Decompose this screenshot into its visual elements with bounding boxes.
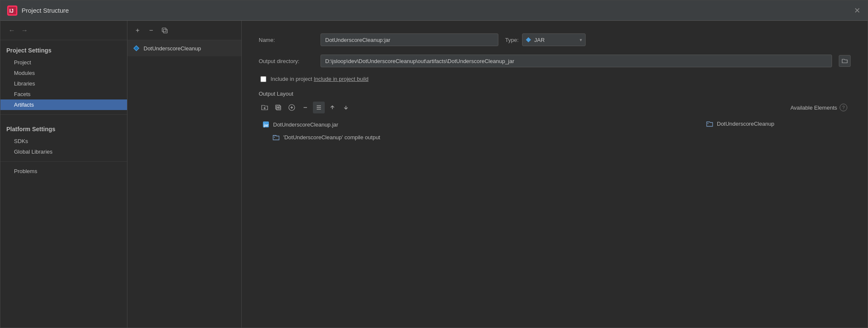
jar-item-label: DotUnderscoreCleanup.jar [273,121,338,128]
sort-icon [315,104,323,111]
output-dir-label: Output directory: [259,58,314,64]
compile-output-icon [272,133,280,141]
artifact-item-icon [133,44,140,52]
layout-content: jar DotUnderscoreCleanup.jar 'DotUnde [259,118,851,143]
svg-marker-7 [526,37,531,42]
svg-rect-4 [162,28,166,32]
sidebar-divider-2 [0,161,127,162]
include-in-build-row: Include in project Include in project bu… [259,76,851,82]
browse-button[interactable] [839,55,851,67]
artifact-item-label: DotUnderscoreCleanup [144,45,201,52]
sidebar: ← → Project Settings Project Modules Lib… [0,21,127,328]
sidebar-item-sdks[interactable]: SDKs [0,136,127,146]
project-settings-header: Project Settings [0,40,127,57]
title-bar: IJ Project Structure ✕ [0,0,868,21]
svg-text:jar: jar [263,123,269,127]
platform-settings-header: Platform Settings [0,119,127,136]
available-elements-list: DotUnderscoreCleanup [702,118,851,143]
add-copy-button[interactable] [272,102,284,113]
move-up-button[interactable] [326,102,338,113]
create-dir-icon [261,104,268,111]
name-input[interactable] [321,33,498,46]
name-label: Name: [259,37,314,43]
include-in-build-checkbox[interactable] [260,76,266,82]
available-item-label: DotUnderscoreCleanup [717,121,774,127]
sort-button[interactable] [313,102,325,113]
main-content: ← → Project Settings Project Modules Lib… [0,21,868,328]
type-label: Type: [505,37,519,43]
forward-arrow[interactable]: → [19,25,30,36]
svg-text:IJ: IJ [9,8,14,14]
sidebar-item-artifacts[interactable]: Artifacts [0,99,127,110]
artifact-list-panel: + − DotUnderscoreCleanup [127,21,242,328]
remove-icon [301,104,309,111]
remove-button[interactable] [299,102,311,113]
output-layout-section: Output Layout [259,91,851,143]
include-in-build-label: Include in project Include in project bu… [271,76,368,82]
type-wrapper: Type: JAR ▾ [505,33,586,46]
sidebar-item-project[interactable]: Project [0,57,127,68]
project-structure-window: IJ Project Structure ✕ ← → Project Setti… [0,0,868,328]
title-bar-left: IJ Project Structure [7,6,69,16]
add-copy-icon [274,104,282,111]
sidebar-item-problems[interactable]: Problems [0,166,127,176]
layout-tree-item-jar: jar DotUnderscoreCleanup.jar [259,118,702,131]
back-arrow[interactable]: ← [6,25,17,36]
svg-rect-3 [163,29,167,33]
type-select-icon [525,37,531,43]
artifact-toolbar: + − [127,21,241,40]
add-artifact-button[interactable]: + [132,25,144,36]
output-dir-input[interactable] [321,55,832,67]
layout-tree-item-compile: 'DotUnderscoreCleanup' compile output [259,131,702,143]
move-up-icon [329,104,336,111]
sidebar-item-modules[interactable]: Modules [0,68,127,78]
sidebar-item-libraries[interactable]: Libraries [0,78,127,89]
compile-output-label: 'DotUnderscoreCleanup' compile output [283,134,380,141]
type-select[interactable]: JAR [522,33,586,46]
sidebar-item-facets[interactable]: Facets [0,89,127,99]
module-icon [706,120,713,127]
jar-icon: jar [262,121,270,128]
remove-artifact-button[interactable]: − [145,25,157,36]
name-type-row: Name: Type: JAR ▾ [259,33,851,46]
sidebar-item-global-libraries[interactable]: Global Libraries [0,146,127,157]
detail-panel: Name: Type: JAR ▾ [242,21,868,328]
available-elements-header: Available Elements ? [787,101,851,114]
available-elements-label: Available Elements [791,105,837,111]
window-title: Project Structure [22,7,69,14]
layout-tree: jar DotUnderscoreCleanup.jar 'DotUnde [259,118,702,143]
available-item-module: DotUnderscoreCleanup [702,118,851,129]
add-button[interactable] [286,102,298,113]
type-select-wrapper: JAR ▾ [522,33,586,46]
output-layout-header: Output Layout [259,91,851,97]
copy-artifact-button[interactable] [159,25,171,36]
add-icon [288,104,296,111]
svg-rect-26 [708,123,708,124]
close-button[interactable]: ✕ [853,7,861,14]
sidebar-divider [0,114,127,115]
move-down-button[interactable] [340,102,352,113]
artifact-list-item[interactable]: DotUnderscoreCleanup [127,40,241,56]
output-dir-row: Output directory: [259,55,851,67]
create-dir-button[interactable] [259,102,271,113]
sidebar-nav-bar: ← → [0,21,127,40]
intellij-logo-icon: IJ [7,6,17,16]
output-layout-toolbar: Available Elements ? [259,101,851,114]
help-icon[interactable]: ? [840,104,847,111]
svg-rect-25 [274,137,275,138]
move-down-icon [342,104,350,111]
folder-icon [842,58,848,64]
